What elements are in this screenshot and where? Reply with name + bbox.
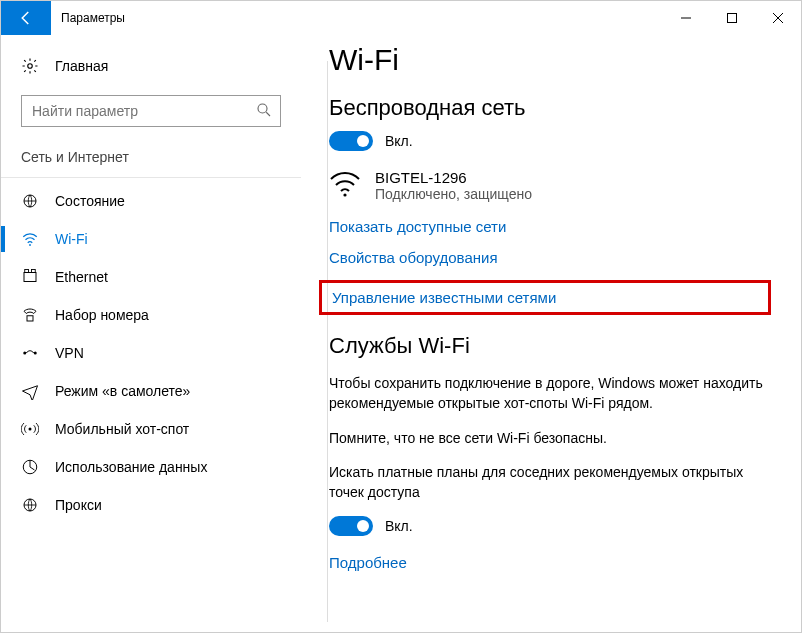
highlight-annotation: Управление известными сетями	[319, 280, 771, 315]
search-icon	[255, 101, 273, 119]
link-known-networks[interactable]: Управление известными сетями	[332, 289, 556, 306]
minimize-icon	[680, 12, 692, 24]
link-show-networks[interactable]: Показать доступные сети	[329, 218, 781, 235]
sidebar-item-label: Прокси	[55, 497, 102, 513]
sidebar-item-label: Использование данных	[55, 459, 207, 475]
sidebar-group-header: Сеть и Интернет	[1, 143, 301, 177]
sidebar-item-label: Состояние	[55, 193, 125, 209]
proxy-icon	[21, 496, 39, 514]
search-box[interactable]	[21, 95, 281, 127]
toggle-switch-icon	[329, 516, 373, 536]
arrow-left-icon	[17, 9, 35, 27]
sidebar: Главная Сеть и Интернет Состояние Wi-Fi	[1, 35, 301, 632]
wifi-signal-icon	[329, 169, 361, 197]
maximize-icon	[726, 12, 738, 24]
close-icon	[772, 12, 784, 24]
sidebar-item-label: Набор номера	[55, 307, 149, 323]
sidebar-item-wifi[interactable]: Wi-Fi	[1, 220, 301, 258]
close-button[interactable]	[755, 1, 801, 35]
toggle-label: Вкл.	[385, 518, 413, 534]
content-area: Wi-Fi Беспроводная сеть Вкл. BIGTEL-1296…	[301, 35, 801, 632]
sidebar-home-label: Главная	[55, 58, 108, 74]
divider	[1, 177, 301, 178]
services-section-title: Службы Wi-Fi	[329, 333, 781, 359]
vpn-icon	[21, 344, 39, 362]
sidebar-item-datausage[interactable]: Использование данных	[1, 448, 301, 486]
sidebar-item-label: Ethernet	[55, 269, 108, 285]
gear-icon	[21, 57, 39, 75]
wifi-icon	[21, 230, 39, 248]
ssid-status: Подключено, защищено	[375, 186, 532, 202]
sidebar-item-ethernet[interactable]: Ethernet	[1, 258, 301, 296]
window-title: Параметры	[51, 11, 663, 25]
sidebar-item-label: VPN	[55, 345, 84, 361]
page-heading: Wi-Fi	[329, 43, 781, 77]
status-icon	[21, 192, 39, 210]
svg-rect-12	[27, 316, 33, 321]
svg-point-18	[343, 193, 346, 196]
ethernet-icon	[21, 268, 39, 286]
svg-line-6	[266, 112, 270, 116]
sidebar-item-label: Режим «в самолете»	[55, 383, 190, 399]
link-hardware-props[interactable]: Свойства оборудования	[329, 249, 781, 266]
sidebar-home[interactable]: Главная	[1, 47, 301, 85]
airplane-icon	[21, 382, 39, 400]
sidebar-item-hotspot[interactable]: Мобильный хот-спот	[1, 410, 301, 448]
search-input[interactable]	[21, 95, 281, 127]
toggle-switch-icon	[329, 131, 373, 151]
wireless-section-title: Беспроводная сеть	[329, 95, 781, 121]
services-para1: Чтобы сохранить подключение в дороге, Wi…	[329, 373, 781, 414]
current-network[interactable]: BIGTEL-1296 Подключено, защищено	[329, 169, 781, 202]
hotspot-icon	[21, 420, 39, 438]
dialup-icon	[21, 306, 39, 324]
sidebar-item-vpn[interactable]: VPN	[1, 334, 301, 372]
svg-rect-1	[728, 14, 737, 23]
services-para3: Искать платные планы для соседних рекоме…	[329, 462, 781, 503]
sidebar-item-airplane[interactable]: Режим «в самолете»	[1, 372, 301, 410]
sidebar-item-label: Мобильный хот-спот	[55, 421, 189, 437]
ssid-name: BIGTEL-1296	[375, 169, 532, 186]
sidebar-item-status[interactable]: Состояние	[1, 182, 301, 220]
wireless-toggle[interactable]: Вкл.	[329, 131, 781, 151]
minimize-button[interactable]	[663, 1, 709, 35]
svg-point-8	[29, 244, 31, 246]
datausage-icon	[21, 458, 39, 476]
link-more-info[interactable]: Подробнее	[329, 554, 781, 571]
svg-rect-9	[24, 273, 36, 282]
paid-plans-toggle[interactable]: Вкл.	[329, 516, 781, 536]
svg-point-15	[29, 428, 32, 431]
svg-point-5	[258, 104, 267, 113]
svg-point-13	[23, 352, 26, 355]
services-para2: Помните, что не все сети Wi-Fi безопасны…	[329, 428, 781, 448]
toggle-label: Вкл.	[385, 133, 413, 149]
sidebar-item-dialup[interactable]: Набор номера	[1, 296, 301, 334]
sidebar-item-label: Wi-Fi	[55, 231, 88, 247]
svg-point-4	[28, 64, 33, 69]
back-button[interactable]	[1, 1, 51, 35]
sidebar-item-proxy[interactable]: Прокси	[1, 486, 301, 524]
maximize-button[interactable]	[709, 1, 755, 35]
svg-point-14	[34, 352, 37, 355]
